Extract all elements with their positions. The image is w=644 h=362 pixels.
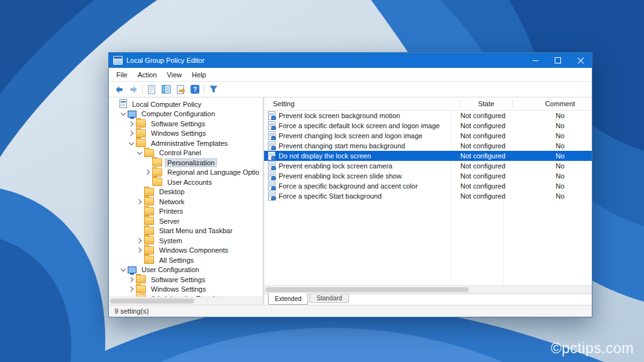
folder-icon <box>144 207 154 216</box>
chevron-down-icon <box>128 140 133 145</box>
tab-standard[interactable]: Standard <box>309 294 349 303</box>
table-row[interactable]: Force a specific background and accent c… <box>264 181 592 191</box>
table-row[interactable]: Do not display the lock screenNot config… <box>264 151 592 161</box>
close-button[interactable] <box>569 53 592 68</box>
export-list-button[interactable] <box>175 84 186 95</box>
tree-item[interactable]: User Configuration <box>109 265 262 275</box>
tree-item-label: Computer Configuration <box>139 109 218 118</box>
list-horizontal-scrollbar[interactable] <box>264 285 592 293</box>
tree-item[interactable]: All Settings <box>109 255 262 265</box>
tree-item[interactable]: Local Computer Policy <box>109 99 262 109</box>
tree-item[interactable]: Administrative Templates <box>109 138 262 148</box>
expander-closed-icon[interactable] <box>136 198 143 205</box>
column-header-comment[interactable]: Comment <box>513 99 592 108</box>
list-body: Prevent lock screen background motionNot… <box>264 111 592 285</box>
comment-cell: No <box>513 142 592 150</box>
tree-item[interactable]: Printers <box>109 207 262 217</box>
table-row[interactable]: Prevent changing lock screen and logon i… <box>264 131 592 141</box>
console-tree-pane: Local Computer PolicyComputer Configurat… <box>109 97 262 305</box>
chevron-right-icon <box>144 170 149 175</box>
column-header-state[interactable]: State <box>459 99 513 108</box>
folder-icon <box>136 139 146 147</box>
expander-open-icon[interactable] <box>119 111 126 118</box>
filter-button[interactable] <box>208 84 219 95</box>
tree-item[interactable]: Personalization <box>109 158 262 168</box>
table-row[interactable]: Prevent enabling lock screen cameraNot c… <box>264 161 592 171</box>
tree-item[interactable]: Software Settings <box>109 119 262 129</box>
tree-item[interactable]: Start Menu and Taskbar <box>109 226 262 236</box>
expander-open-icon[interactable] <box>119 266 126 273</box>
menu-view[interactable]: View <box>162 71 187 79</box>
state-cell: Not configured <box>454 152 513 160</box>
menu-action[interactable]: Action <box>133 71 162 79</box>
console-tree-button[interactable] <box>160 84 172 95</box>
tree-item-label: Software Settings <box>148 119 208 128</box>
expander-closed-icon[interactable] <box>136 247 143 254</box>
tree-item[interactable]: Computer Configuration <box>109 109 262 119</box>
state-cell: Not configured <box>454 122 513 129</box>
help-icon: ? <box>191 85 199 94</box>
setting-name: Prevent changing start menu background <box>279 142 405 150</box>
folder-icon <box>144 256 154 264</box>
forward-button[interactable] <box>128 84 139 95</box>
console-icon <box>119 99 127 108</box>
tree-item[interactable]: Software Settings <box>109 275 262 285</box>
tree-item[interactable]: Windows Settings <box>109 129 262 139</box>
maximize-button[interactable] <box>547 53 569 68</box>
tree-item[interactable]: User Accounts <box>109 177 262 187</box>
table-row[interactable]: Prevent lock screen background motionNot… <box>264 111 592 121</box>
back-button[interactable] <box>113 84 125 95</box>
expander-spacer <box>144 178 151 185</box>
title-bar[interactable]: Local Group Policy Editor <box>109 53 592 68</box>
caption-buttons <box>524 53 592 68</box>
folder-icon <box>144 149 154 157</box>
expander-closed-icon[interactable] <box>144 169 151 176</box>
expander-closed-icon[interactable] <box>128 286 135 293</box>
table-row[interactable]: Force a specific Start backgroundNot con… <box>264 191 592 201</box>
tree-item[interactable]: Network <box>109 197 262 207</box>
tree-horizontal-scrollbar[interactable] <box>109 297 262 305</box>
tree-item[interactable]: Control Panel <box>109 148 262 158</box>
table-row[interactable]: Prevent changing start menu backgroundNo… <box>264 141 592 151</box>
chevron-right-icon <box>128 131 133 136</box>
console-main: Local Computer PolicyComputer Configurat… <box>109 97 592 305</box>
tree-item[interactable]: Server <box>109 216 262 226</box>
folder-icon <box>136 119 146 128</box>
tree-item[interactable]: Desktop <box>109 187 262 197</box>
expander-open-icon[interactable] <box>136 150 143 156</box>
expander-closed-icon[interactable] <box>136 237 143 244</box>
menu-file[interactable]: File <box>111 71 133 79</box>
policy-setting-icon <box>268 172 275 180</box>
policy-setting-icon <box>268 141 275 150</box>
tree-item-label: Start Menu and Taskbar <box>157 226 235 235</box>
expander-closed-icon[interactable] <box>128 276 135 283</box>
table-row[interactable]: Prevent enabling lock screen slide showN… <box>264 171 592 181</box>
list-scroll-thumb[interactable] <box>265 287 469 292</box>
chevron-down-icon <box>136 150 142 155</box>
comment-cell: No <box>513 152 592 160</box>
tree-item-label: Windows Settings <box>148 285 208 293</box>
menu-help[interactable]: Help <box>187 71 211 79</box>
minimize-button[interactable] <box>524 53 547 68</box>
tree-scroll-thumb[interactable] <box>110 299 194 304</box>
document-button[interactable] <box>146 84 157 95</box>
setting-name: Prevent changing lock screen and logon i… <box>279 132 423 140</box>
tab-extended[interactable]: Extended <box>268 293 308 305</box>
folder-icon <box>136 285 146 293</box>
tree-item[interactable]: Regional and Language Optio <box>109 168 262 178</box>
tree-item[interactable]: Windows Settings <box>109 285 262 295</box>
tree-item-label: Network <box>157 197 187 206</box>
help-button[interactable]: ? <box>189 84 201 95</box>
tree-item[interactable]: Windows Components <box>109 246 262 256</box>
tree-item[interactable]: System <box>109 236 262 246</box>
expander-closed-icon[interactable] <box>128 130 135 137</box>
expander-open-icon[interactable] <box>128 140 135 146</box>
setting-cell: Do not display the lock screen <box>264 151 454 160</box>
toolbar-separator <box>142 85 143 94</box>
results-pane: Setting State Comment Prevent lock scree… <box>264 97 592 305</box>
folder-icon <box>136 275 146 283</box>
expander-closed-icon[interactable] <box>128 120 135 127</box>
column-header-setting[interactable]: Setting <box>264 100 459 107</box>
computer-icon <box>128 266 136 273</box>
table-row[interactable]: Force a specific default lock screen and… <box>264 121 592 131</box>
